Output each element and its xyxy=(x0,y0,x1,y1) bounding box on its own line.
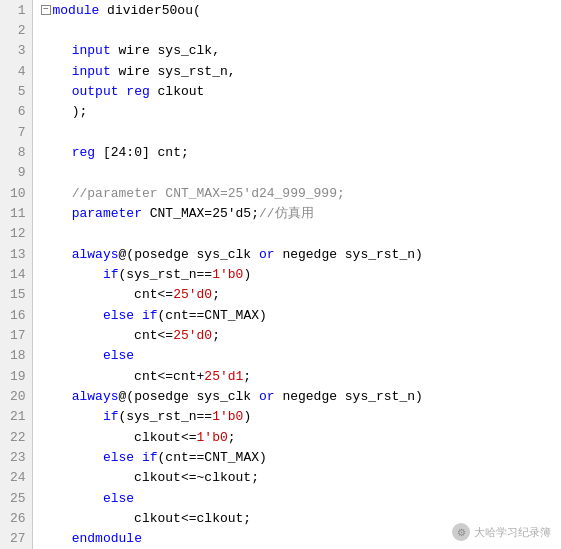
keyword-blue: endmodule xyxy=(72,531,142,546)
keyword-blue: always xyxy=(72,247,119,262)
line-number: 13 xyxy=(0,244,32,264)
keyword-blue: module xyxy=(53,3,100,18)
code-text: CNT_MAX=25'd5; xyxy=(142,206,259,221)
code-text: ; xyxy=(212,287,220,302)
keyword-blue: else xyxy=(103,308,134,323)
code-text xyxy=(41,389,72,404)
line-content: clkout<=1'b0; xyxy=(32,427,561,447)
line-content: //parameter CNT_MAX=25'd24_999_999; xyxy=(32,183,561,203)
code-text xyxy=(41,531,72,546)
table-row: 24 clkout<=~clkout; xyxy=(0,468,561,488)
code-text: (sys_rst_n== xyxy=(119,267,213,282)
table-row: 20 always@(posedge sys_clk or negedge sy… xyxy=(0,386,561,406)
table-row: 22 clkout<=1'b0; xyxy=(0,427,561,447)
line-number: 6 xyxy=(0,102,32,122)
line-content xyxy=(32,122,561,142)
code-editor: 1−module divider50ou(23 input wire sys_c… xyxy=(0,0,561,549)
code-text xyxy=(41,206,72,221)
line-content: else if(cnt==CNT_MAX) xyxy=(32,305,561,325)
line-number: 16 xyxy=(0,305,32,325)
line-content: else xyxy=(32,346,561,366)
line-content xyxy=(32,163,561,183)
code-text xyxy=(41,348,103,363)
code-text xyxy=(41,186,72,201)
keyword-red: 25'd0 xyxy=(173,287,212,302)
line-number: 4 xyxy=(0,61,32,81)
keyword-blue: reg xyxy=(126,84,149,99)
keyword-blue: or xyxy=(259,247,275,262)
line-content: −module divider50ou( xyxy=(32,0,561,20)
line-number: 19 xyxy=(0,366,32,386)
watermark: ⚙ 大哈学习纪录簿 xyxy=(452,523,551,541)
line-content: cnt<=25'd0; xyxy=(32,325,561,345)
table-row: 14 if(sys_rst_n==1'b0) xyxy=(0,264,561,284)
line-content xyxy=(32,224,561,244)
table-row: 12 xyxy=(0,224,561,244)
code-text xyxy=(41,267,103,282)
collapse-icon[interactable]: − xyxy=(41,5,51,15)
code-text: ; xyxy=(243,369,251,384)
code-text: cnt<=cnt+ xyxy=(41,369,205,384)
table-row: 2 xyxy=(0,20,561,40)
keyword-blue: if xyxy=(142,308,158,323)
code-text xyxy=(41,308,103,323)
code-text: clkout<=clkout; xyxy=(41,511,252,526)
code-table: 1−module divider50ou(23 input wire sys_c… xyxy=(0,0,561,549)
code-text: wire sys_clk, xyxy=(111,43,220,58)
line-number: 11 xyxy=(0,203,32,223)
line-number: 5 xyxy=(0,81,32,101)
line-number: 7 xyxy=(0,122,32,142)
code-text xyxy=(134,308,142,323)
code-text: @(posedge sys_clk xyxy=(119,247,259,262)
line-content: if(sys_rst_n==1'b0) xyxy=(32,264,561,284)
code-text: divider50ou( xyxy=(99,3,200,18)
code-text: clkout<=~clkout; xyxy=(41,470,259,485)
table-row: 23 else if(cnt==CNT_MAX) xyxy=(0,447,561,467)
code-text: clkout xyxy=(150,84,205,99)
line-number: 26 xyxy=(0,508,32,528)
code-text xyxy=(41,64,72,79)
code-text: [24:0] cnt; xyxy=(95,145,189,160)
keyword-blue: else xyxy=(103,450,134,465)
code-text: @(posedge sys_clk xyxy=(119,389,259,404)
code-text xyxy=(134,450,142,465)
line-number: 2 xyxy=(0,20,32,40)
keyword-blue: input xyxy=(72,64,111,79)
line-number: 21 xyxy=(0,407,32,427)
line-content: cnt<=25'd0; xyxy=(32,285,561,305)
line-number: 15 xyxy=(0,285,32,305)
watermark-icon: ⚙ xyxy=(452,523,470,541)
table-row: 11 parameter CNT_MAX=25'd5;//仿真用 xyxy=(0,203,561,223)
code-text: ; xyxy=(228,430,236,445)
code-text: ; xyxy=(212,328,220,343)
line-content: else if(cnt==CNT_MAX) xyxy=(32,447,561,467)
keyword-blue: if xyxy=(103,409,119,424)
code-text: cnt<= xyxy=(41,287,174,302)
code-text: (cnt==CNT_MAX) xyxy=(158,450,267,465)
table-row: 18 else xyxy=(0,346,561,366)
code-text xyxy=(41,247,72,262)
comment-text: //parameter CNT_MAX=25'd24_999_999; xyxy=(72,186,345,201)
line-content: clkout<=~clkout; xyxy=(32,468,561,488)
table-row: 19 cnt<=cnt+25'd1; xyxy=(0,366,561,386)
code-text: ); xyxy=(41,104,88,119)
line-number: 18 xyxy=(0,346,32,366)
code-text: ) xyxy=(243,267,251,282)
code-text: clkout<= xyxy=(41,430,197,445)
code-text xyxy=(41,145,72,160)
line-number: 25 xyxy=(0,488,32,508)
code-text: (sys_rst_n== xyxy=(119,409,213,424)
keyword-blue: else xyxy=(103,491,134,506)
line-content xyxy=(32,20,561,40)
line-content: else xyxy=(32,488,561,508)
line-content: output reg clkout xyxy=(32,81,561,101)
keyword-red: 1'b0 xyxy=(212,267,243,282)
line-number: 9 xyxy=(0,163,32,183)
keyword-blue: if xyxy=(142,450,158,465)
keyword-blue: always xyxy=(72,389,119,404)
table-row: 25 else xyxy=(0,488,561,508)
line-number: 23 xyxy=(0,447,32,467)
line-content: parameter CNT_MAX=25'd5;//仿真用 xyxy=(32,203,561,223)
line-content: input wire sys_clk, xyxy=(32,41,561,61)
table-row: 9 xyxy=(0,163,561,183)
